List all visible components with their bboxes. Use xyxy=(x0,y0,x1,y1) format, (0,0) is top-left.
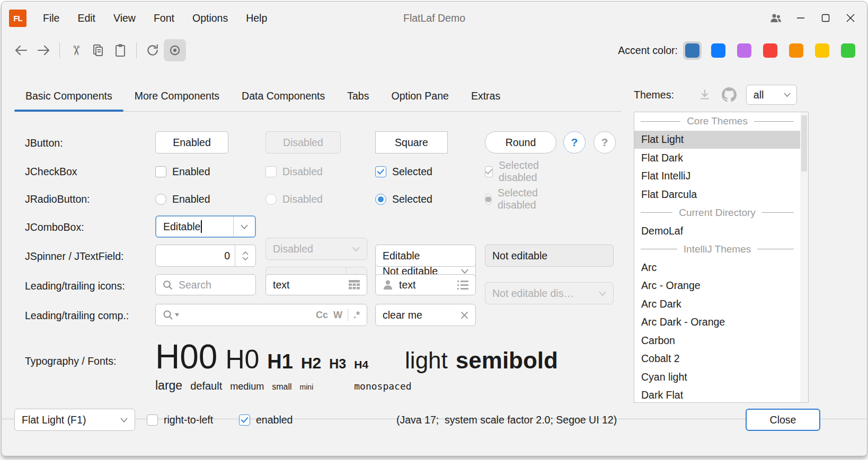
tab-basic-components[interactable]: Basic Components xyxy=(14,82,123,111)
disabled-button: Disabled xyxy=(265,131,341,154)
textfield-value: Editable xyxy=(383,250,420,262)
show-hidden-toggle[interactable] xyxy=(164,39,186,61)
tab-data-components[interactable]: Data Components xyxy=(231,82,336,111)
accent-swatch[interactable] xyxy=(711,43,725,58)
menu-file[interactable]: File xyxy=(34,2,68,34)
leading-trailing-icons-label: Leading/trailing icons: xyxy=(25,280,125,292)
checkbox-checked-icon[interactable] xyxy=(375,166,386,177)
themes-header: Themes: all xyxy=(634,82,814,107)
theme-item-demolaf[interactable]: DemoLaf xyxy=(634,222,800,240)
laf-combobox[interactable]: Flat Light (F1) xyxy=(14,409,135,431)
spinner-value[interactable]: 0 xyxy=(224,250,230,262)
list-icon[interactable] xyxy=(457,281,468,290)
download-themes-button[interactable] xyxy=(698,88,711,101)
tab-tabs[interactable]: Tabs xyxy=(336,82,380,111)
menu-help[interactable]: Help xyxy=(237,2,276,34)
themes-label: Themes: xyxy=(634,89,674,101)
scrollbar-thumb[interactable] xyxy=(801,115,807,172)
cut-button[interactable]: ✂ xyxy=(65,39,87,61)
regex-button[interactable]: .* xyxy=(353,310,360,321)
theme-item-flat-dark[interactable]: Flat Dark xyxy=(634,149,800,167)
theme-item-arc[interactable]: Arc xyxy=(634,258,800,277)
match-case-button[interactable]: Cc xyxy=(316,310,328,321)
search-menu-button[interactable] xyxy=(163,310,179,320)
clear-icon[interactable] xyxy=(460,311,468,319)
whole-words-button[interactable]: W xyxy=(333,310,342,321)
checkbox-enabled[interactable]: Enabled xyxy=(155,164,210,179)
theme-item-dark-flat[interactable]: Dark Flat xyxy=(634,386,800,403)
square-button[interactable]: Square xyxy=(375,131,448,154)
radio-enabled[interactable]: Enabled xyxy=(155,191,210,207)
theme-item-arc-dark-orange[interactable]: Arc Dark - Orange xyxy=(634,313,800,332)
rtl-checkbox[interactable]: right-to-left xyxy=(147,412,213,428)
refresh-button[interactable] xyxy=(141,39,164,61)
search-field-with-options[interactable]: Cc W .* xyxy=(155,304,367,326)
search-field[interactable]: Search xyxy=(155,274,256,295)
close-button[interactable]: Close xyxy=(746,409,820,431)
accent-swatch[interactable] xyxy=(789,43,803,58)
users-icon[interactable] xyxy=(763,7,788,29)
spinner-buttons[interactable] xyxy=(235,245,255,266)
themes-filter-combobox[interactable]: all xyxy=(746,85,797,105)
theme-item-flat-light[interactable]: Flat Light xyxy=(634,131,800,149)
rtl-label: right-to-left xyxy=(164,414,213,426)
theme-item-carbon[interactable]: Carbon xyxy=(634,331,800,350)
enabled-label: enabled xyxy=(256,414,293,426)
tab-option-pane[interactable]: Option Pane xyxy=(380,82,459,111)
default-specimen: default xyxy=(190,380,222,392)
menu-edit[interactable]: Edit xyxy=(68,2,104,34)
textfield-editable[interactable]: Editable xyxy=(375,245,476,267)
theme-item-flat-darcula[interactable]: Flat Darcula xyxy=(634,185,800,204)
text-field-calendar[interactable]: text xyxy=(265,274,367,295)
accent-swatch[interactable] xyxy=(685,43,699,58)
dropdown-arrow-icon xyxy=(175,313,179,317)
menu-font[interactable]: Font xyxy=(145,2,183,34)
themes-list: Core Themes Flat Light Flat Dark Flat In… xyxy=(634,112,809,403)
person-icon xyxy=(383,279,393,290)
themes-scrollbar[interactable] xyxy=(800,112,808,402)
accent-swatch[interactable] xyxy=(841,43,855,58)
clearable-field[interactable]: clear me xyxy=(375,304,476,326)
paste-button[interactable] xyxy=(109,39,131,61)
download-icon xyxy=(698,88,711,101)
github-link-button[interactable] xyxy=(722,87,737,102)
combobox-editable[interactable]: Editable xyxy=(155,215,256,238)
back-button[interactable] xyxy=(10,39,32,61)
checkbox-checked-icon[interactable] xyxy=(239,414,250,426)
theme-item-arc-orange[interactable]: Arc - Orange xyxy=(634,277,800,295)
enabled-checkbox[interactable]: enabled xyxy=(239,412,293,428)
round-button[interactable]: Round xyxy=(485,131,556,154)
theme-item-cyan-light[interactable]: Cyan light xyxy=(634,368,800,386)
spinner[interactable]: 0 xyxy=(155,245,256,267)
checkbox-icon[interactable] xyxy=(155,166,166,177)
enabled-button[interactable]: Enabled xyxy=(155,131,228,154)
maximize-button[interactable] xyxy=(813,7,838,29)
close-window-button[interactable] xyxy=(838,7,863,29)
help-button[interactable]: ? xyxy=(563,131,586,154)
accent-swatch[interactable] xyxy=(763,43,777,58)
copy-button[interactable] xyxy=(87,39,109,61)
radio-selected-icon[interactable] xyxy=(375,194,386,205)
accent-swatch[interactable] xyxy=(737,43,751,58)
menu-options[interactable]: Options xyxy=(183,2,237,34)
accent-swatch[interactable] xyxy=(815,43,829,58)
accent-swatch-selected[interactable] xyxy=(683,41,702,60)
theme-item-arc-dark[interactable]: Arc Dark xyxy=(634,295,800,313)
checkbox-selected[interactable]: Selected xyxy=(375,164,432,179)
radio-icon[interactable] xyxy=(155,194,166,205)
radio-selected[interactable]: Selected xyxy=(375,191,432,207)
menu-view[interactable]: View xyxy=(104,2,145,34)
checkbox-icon[interactable] xyxy=(147,414,158,426)
calendar-icon[interactable] xyxy=(349,280,360,290)
tab-more-components[interactable]: More Components xyxy=(123,82,231,111)
forward-button[interactable] xyxy=(32,39,55,61)
system-info-text: (Java 17; system scale factor 2.0; Segoe… xyxy=(396,414,617,426)
radio-label: Enabled xyxy=(172,193,210,205)
minimize-button[interactable] xyxy=(788,7,813,29)
tab-extras[interactable]: Extras xyxy=(460,82,511,111)
theme-item-cobalt-2[interactable]: Cobalt 2 xyxy=(634,350,800,368)
text-field-person[interactable]: text xyxy=(375,274,476,295)
theme-item-flat-intellij[interactable]: Flat IntelliJ xyxy=(634,167,800,186)
checkbox-label: Selected disabled xyxy=(499,159,542,184)
jcombobox-row-label: JComboBox: xyxy=(25,221,84,233)
